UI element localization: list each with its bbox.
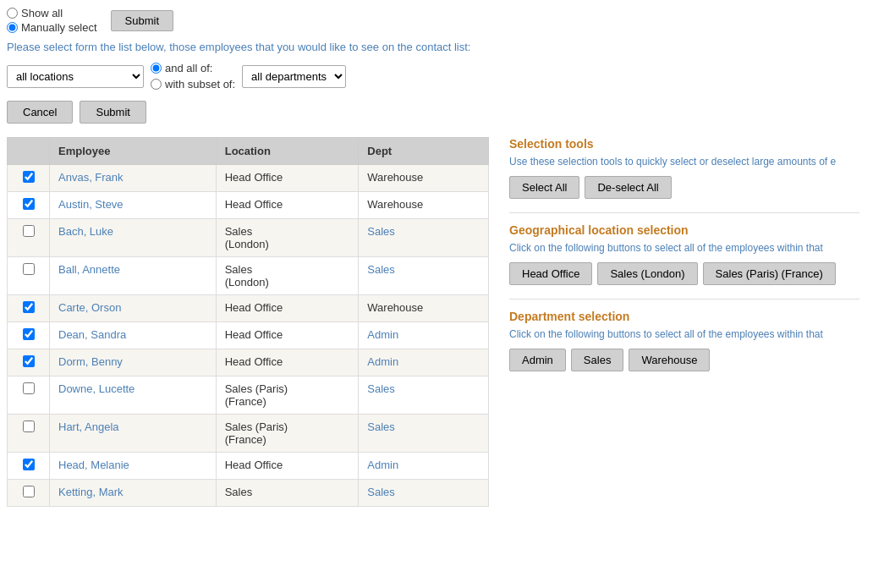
page-description: Please select form the list below, those… <box>7 41 866 53</box>
employee-name: Austin, Steve <box>50 192 217 219</box>
row-checkbox-cell[interactable] <box>8 480 50 507</box>
employee-name: Dorm, Benny <box>50 349 217 376</box>
employee-location: Head Office <box>216 349 359 376</box>
table-row: Carte, OrsonHead OfficeWarehouse <box>8 295 489 322</box>
dept-button[interactable]: Sales <box>571 349 624 371</box>
manually-select-radio[interactable] <box>7 22 18 33</box>
dept-select[interactable]: all departments Admin Sales Warehouse <box>242 65 346 88</box>
employee-name: Dean, Sandra <box>50 322 217 349</box>
divider-1 <box>509 212 859 213</box>
and-all-of-label[interactable]: and all of: <box>151 62 235 74</box>
employee-location: Sales (London) <box>216 219 359 257</box>
employee-name: Ball, Annette <box>50 257 217 295</box>
row-checkbox-cell[interactable] <box>8 322 50 349</box>
row-checkbox-cell[interactable] <box>8 376 50 415</box>
employee-checkbox[interactable] <box>23 263 35 275</box>
employee-checkbox[interactable] <box>23 225 35 237</box>
row-checkbox-cell[interactable] <box>8 257 50 295</box>
show-all-radio[interactable] <box>7 8 18 19</box>
employee-dept: Admin <box>359 322 489 349</box>
employee-name: Carte, Orson <box>50 295 217 322</box>
employee-location: Head Office <box>216 165 359 192</box>
table-row: Ketting, MarkSalesSales <box>8 480 489 507</box>
table-row: Dorm, BennyHead OfficeAdmin <box>8 349 489 376</box>
table-row: Head, MelanieHead OfficeAdmin <box>8 453 489 480</box>
right-panel: Selection tools Use these selection tool… <box>502 137 866 371</box>
table-row: Austin, SteveHead OfficeWarehouse <box>8 192 489 219</box>
row-checkbox-cell[interactable] <box>8 295 50 322</box>
employee-name: Ketting, Mark <box>50 480 217 507</box>
employee-name: Downe, Lucette <box>50 376 217 415</box>
row-checkbox-cell[interactable] <box>8 219 50 257</box>
employee-col-header: Employee <box>50 138 217 165</box>
employee-location: Head Office <box>216 453 359 480</box>
employee-name: Anvas, Frank <box>50 165 217 192</box>
geo-selection-title: Geographical location selection <box>509 223 859 237</box>
selection-tools-desc: Use these selection tools to quickly sel… <box>509 156 859 168</box>
deselect-all-button[interactable]: De-select All <box>585 176 671 199</box>
row-checkbox-cell[interactable] <box>8 453 50 480</box>
row-checkbox-cell[interactable] <box>8 349 50 376</box>
employee-table: Employee Location Dept Anvas, FrankHead … <box>7 137 489 507</box>
row-checkbox-cell[interactable] <box>8 165 50 192</box>
employee-checkbox[interactable] <box>23 198 35 210</box>
employee-checkbox[interactable] <box>23 420 35 432</box>
main-layout: Employee Location Dept Anvas, FrankHead … <box>7 137 866 507</box>
employee-checkbox[interactable] <box>23 459 35 470</box>
employee-dept: Sales <box>359 219 489 257</box>
employee-dept: Sales <box>359 257 489 295</box>
selection-tools-title: Selection tools <box>509 137 859 151</box>
employee-location: Sales (Paris) (France) <box>216 415 359 453</box>
filter-radio-group: and all of: with subset of: <box>151 62 235 91</box>
employee-name: Bach, Luke <box>50 219 217 257</box>
employee-checkbox[interactable] <box>23 301 35 313</box>
manually-select-radio-label[interactable]: Manually select <box>7 21 97 34</box>
left-panel: Employee Location Dept Anvas, FrankHead … <box>7 137 489 507</box>
location-select[interactable]: all locations Head Office Sales (London)… <box>7 65 144 88</box>
employee-location: Head Office <box>216 322 359 349</box>
action-buttons: Cancel Submit <box>7 101 866 124</box>
employee-location: Sales <box>216 480 359 507</box>
and-all-of-radio[interactable] <box>151 63 162 74</box>
dept-button[interactable]: Warehouse <box>629 349 710 371</box>
geo-button[interactable]: Sales (London) <box>597 262 697 285</box>
employee-checkbox[interactable] <box>23 171 35 183</box>
show-all-label: Show all <box>21 7 63 19</box>
employee-name: Hart, Angela <box>50 415 217 453</box>
employee-checkbox[interactable] <box>23 328 35 340</box>
with-subset-of-radio[interactable] <box>151 79 162 90</box>
employee-checkbox[interactable] <box>23 382 35 394</box>
employee-dept: Admin <box>359 349 489 376</box>
geo-buttons: Head OfficeSales (London)Sales (Paris) (… <box>509 262 859 285</box>
top-submit-button[interactable]: Submit <box>111 10 173 31</box>
employee-dept: Warehouse <box>359 165 489 192</box>
show-all-radio-label[interactable]: Show all <box>7 7 97 19</box>
employee-checkbox[interactable] <box>23 355 35 367</box>
filter-row: all locations Head Office Sales (London)… <box>7 62 866 91</box>
with-subset-of-label[interactable]: with subset of: <box>151 78 235 91</box>
row-checkbox-cell[interactable] <box>8 192 50 219</box>
location-col-header: Location <box>216 138 359 165</box>
dept-col-header: Dept <box>359 138 489 165</box>
geo-button[interactable]: Sales (Paris) (France) <box>703 262 836 285</box>
table-row: Downe, LucetteSales (Paris) (France)Sale… <box>8 376 489 415</box>
manually-select-label: Manually select <box>21 21 97 34</box>
checkbox-col-header <box>8 138 50 165</box>
select-all-button[interactable]: Select All <box>509 176 579 199</box>
employee-location: Sales (London) <box>216 257 359 295</box>
dept-button[interactable]: Admin <box>509 349 566 371</box>
submit-button[interactable]: Submit <box>80 101 146 124</box>
dept-selection-title: Department selection <box>509 310 859 323</box>
row-checkbox-cell[interactable] <box>8 415 50 453</box>
table-row: Hart, AngelaSales (Paris) (France)Sales <box>8 415 489 453</box>
cancel-button[interactable]: Cancel <box>7 101 73 124</box>
employee-dept: Sales <box>359 376 489 415</box>
geo-button[interactable]: Head Office <box>509 262 592 285</box>
employee-name: Head, Melanie <box>50 453 217 480</box>
table-header-row: Employee Location Dept <box>8 138 489 165</box>
table-row: Bach, LukeSales (London)Sales <box>8 219 489 257</box>
table-row: Anvas, FrankHead OfficeWarehouse <box>8 165 489 192</box>
employee-dept: Warehouse <box>359 192 489 219</box>
dept-buttons: AdminSalesWarehouse <box>509 349 859 371</box>
employee-checkbox[interactable] <box>23 486 35 497</box>
